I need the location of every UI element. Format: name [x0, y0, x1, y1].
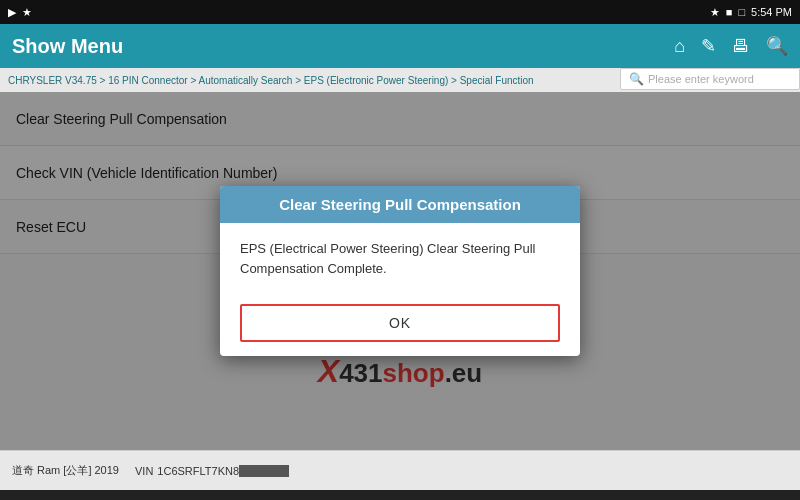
- export-icon[interactable]: 🔍: [766, 35, 788, 57]
- vin-redacted: [239, 465, 289, 477]
- home-icon[interactable]: ⌂: [674, 36, 685, 57]
- dialog: Clear Steering Pull Compensation EPS (El…: [220, 186, 580, 356]
- bottom-nav: ↺ 📷 🖶 ▢ ○ ⌂ ☰: [0, 490, 800, 500]
- main-content: Clear Steering Pull Compensation Check V…: [0, 92, 800, 450]
- signal-icon: ■: [726, 6, 733, 18]
- search-bar[interactable]: 🔍 Please enter keyword: [620, 68, 800, 90]
- search-placeholder: Please enter keyword: [648, 73, 754, 85]
- dialog-body: EPS (Electrical Power Steering) Clear St…: [220, 223, 580, 294]
- breadcrumb-text: CHRYSLER V34.75 > 16 PIN Connector > Aut…: [8, 75, 534, 86]
- vehicle-bar: 道奇 Ram [公羊] 2019 VIN 1C6SRFLT7KN8: [0, 450, 800, 490]
- menu-nav-icon[interactable]: ☰: [723, 492, 763, 500]
- dialog-title: Clear Steering Pull Compensation: [220, 186, 580, 223]
- home-nav-icon[interactable]: ⌂: [609, 492, 649, 500]
- modal-overlay: Clear Steering Pull Compensation EPS (El…: [0, 92, 800, 450]
- print-icon[interactable]: 🖶: [266, 492, 306, 500]
- time: 5:54 PM: [751, 6, 792, 18]
- search-icon: 🔍: [629, 72, 644, 86]
- ok-button[interactable]: OK: [240, 304, 560, 342]
- battery-icon: □: [738, 6, 745, 18]
- page-title: Show Menu: [12, 35, 123, 58]
- vehicle-name: 道奇 Ram [公羊] 2019: [12, 463, 119, 478]
- status-left: ▶ ★: [8, 6, 32, 19]
- print-icon[interactable]: 🖶: [732, 36, 750, 57]
- status-right: ★ ■ □ 5:54 PM: [710, 6, 792, 19]
- square-nav-icon[interactable]: ▢: [380, 492, 420, 500]
- back-icon[interactable]: ↺: [37, 492, 77, 500]
- gallery-icon[interactable]: 📷: [151, 492, 191, 500]
- android-icon: ▶: [8, 6, 16, 19]
- circle-nav-icon[interactable]: ○: [494, 492, 534, 500]
- vin-label: VIN: [135, 465, 153, 477]
- wifi-icon: ★: [22, 6, 32, 19]
- top-icons: ⌂ ✎ 🖶 🔍: [674, 35, 788, 57]
- status-bar: ▶ ★ ★ ■ □ 5:54 PM: [0, 0, 800, 24]
- vin-value: 1C6SRFLT7KN8: [157, 465, 239, 477]
- edit-icon[interactable]: ✎: [701, 35, 716, 57]
- bluetooth-icon: ★: [710, 6, 720, 19]
- top-bar: Show Menu ⌂ ✎ 🖶 🔍: [0, 24, 800, 68]
- dialog-footer: OK: [220, 294, 580, 356]
